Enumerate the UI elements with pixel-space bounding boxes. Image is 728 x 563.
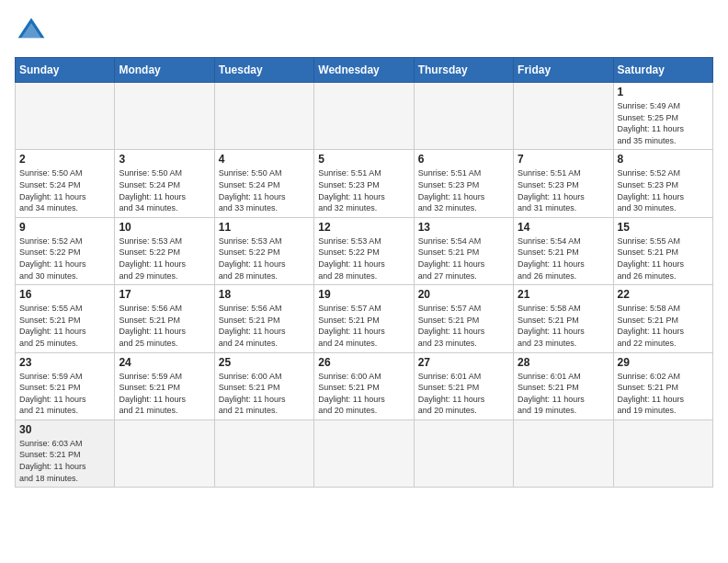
day-info: Sunrise: 5:54 AM Sunset: 5:21 PM Dayligh… [518, 236, 609, 282]
logo [15, 15, 51, 48]
calendar-day-cell: 25Sunrise: 6:00 AM Sunset: 5:21 PM Dayli… [214, 352, 313, 419]
day-number: 2 [19, 153, 110, 166]
calendar-day-cell [613, 419, 712, 487]
calendar-day-cell: 17Sunrise: 5:56 AM Sunset: 5:21 PM Dayli… [115, 285, 214, 352]
day-info: Sunrise: 5:59 AM Sunset: 5:21 PM Dayligh… [19, 371, 110, 417]
calendar-day-cell: 11Sunrise: 5:53 AM Sunset: 5:22 PM Dayli… [214, 217, 313, 284]
calendar-week-row: 1Sunrise: 5:49 AM Sunset: 5:25 PM Daylig… [16, 83, 713, 150]
day-number: 12 [318, 221, 409, 234]
logo-icon [15, 15, 48, 48]
day-info: Sunrise: 6:00 AM Sunset: 5:21 PM Dayligh… [318, 371, 409, 417]
page-header [15, 15, 713, 48]
day-number: 17 [119, 288, 210, 301]
day-number: 22 [618, 288, 709, 301]
calendar-day-cell: 23Sunrise: 5:59 AM Sunset: 5:21 PM Dayli… [16, 352, 115, 419]
calendar-day-cell: 5Sunrise: 5:51 AM Sunset: 5:23 PM Daylig… [314, 150, 414, 217]
weekday-header: Monday [115, 58, 214, 83]
calendar-day-cell: 15Sunrise: 5:55 AM Sunset: 5:21 PM Dayli… [613, 217, 712, 284]
day-number: 27 [418, 356, 509, 369]
calendar-day-cell [115, 419, 214, 487]
day-info: Sunrise: 5:56 AM Sunset: 5:21 PM Dayligh… [119, 303, 210, 349]
day-number: 6 [418, 153, 509, 166]
day-info: Sunrise: 5:50 AM Sunset: 5:24 PM Dayligh… [19, 167, 110, 213]
day-number: 29 [618, 356, 709, 369]
day-number: 16 [19, 288, 110, 301]
day-info: Sunrise: 5:53 AM Sunset: 5:22 PM Dayligh… [119, 236, 210, 282]
day-info: Sunrise: 5:51 AM Sunset: 5:23 PM Dayligh… [418, 167, 509, 213]
day-info: Sunrise: 5:50 AM Sunset: 5:24 PM Dayligh… [119, 167, 210, 213]
day-number: 8 [618, 153, 709, 166]
calendar-week-row: 23Sunrise: 5:59 AM Sunset: 5:21 PM Dayli… [16, 352, 713, 419]
calendar-week-row: 9Sunrise: 5:52 AM Sunset: 5:22 PM Daylig… [16, 217, 713, 284]
day-number: 30 [19, 423, 110, 436]
calendar-day-cell: 12Sunrise: 5:53 AM Sunset: 5:22 PM Dayli… [314, 217, 414, 284]
day-info: Sunrise: 5:51 AM Sunset: 5:23 PM Dayligh… [318, 167, 409, 213]
day-number: 24 [119, 356, 210, 369]
calendar-week-row: 2Sunrise: 5:50 AM Sunset: 5:24 PM Daylig… [16, 150, 713, 217]
calendar-day-cell: 24Sunrise: 5:59 AM Sunset: 5:21 PM Dayli… [115, 352, 214, 419]
day-number: 23 [19, 356, 110, 369]
day-number: 18 [219, 288, 310, 301]
calendar-day-cell: 2Sunrise: 5:50 AM Sunset: 5:24 PM Daylig… [16, 150, 115, 217]
day-number: 25 [219, 356, 310, 369]
day-info: Sunrise: 5:57 AM Sunset: 5:21 PM Dayligh… [318, 303, 409, 349]
calendar-day-cell: 13Sunrise: 5:54 AM Sunset: 5:21 PM Dayli… [414, 217, 513, 284]
calendar-day-cell: 16Sunrise: 5:55 AM Sunset: 5:21 PM Dayli… [16, 285, 115, 352]
day-number: 14 [518, 221, 609, 234]
day-number: 15 [618, 221, 709, 234]
day-info: Sunrise: 6:00 AM Sunset: 5:21 PM Dayligh… [219, 371, 310, 417]
day-info: Sunrise: 5:53 AM Sunset: 5:22 PM Dayligh… [318, 236, 409, 282]
calendar-week-row: 16Sunrise: 5:55 AM Sunset: 5:21 PM Dayli… [16, 285, 713, 352]
day-info: Sunrise: 5:58 AM Sunset: 5:21 PM Dayligh… [518, 303, 609, 349]
weekday-header: Tuesday [214, 58, 313, 83]
calendar-day-cell [314, 83, 414, 150]
day-number: 7 [518, 153, 609, 166]
day-info: Sunrise: 6:01 AM Sunset: 5:21 PM Dayligh… [418, 371, 509, 417]
day-info: Sunrise: 5:57 AM Sunset: 5:21 PM Dayligh… [418, 303, 509, 349]
calendar-day-cell: 18Sunrise: 5:56 AM Sunset: 5:21 PM Dayli… [214, 285, 313, 352]
weekday-header-row: SundayMondayTuesdayWednesdayThursdayFrid… [16, 58, 713, 83]
weekday-header: Thursday [414, 58, 513, 83]
calendar-day-cell: 20Sunrise: 5:57 AM Sunset: 5:21 PM Dayli… [414, 285, 513, 352]
calendar-day-cell: 30Sunrise: 6:03 AM Sunset: 5:21 PM Dayli… [16, 419, 115, 487]
calendar-day-cell [314, 419, 414, 487]
calendar-day-cell: 8Sunrise: 5:52 AM Sunset: 5:23 PM Daylig… [613, 150, 712, 217]
calendar-day-cell: 19Sunrise: 5:57 AM Sunset: 5:21 PM Dayli… [314, 285, 414, 352]
day-info: Sunrise: 5:55 AM Sunset: 5:21 PM Dayligh… [19, 303, 110, 349]
calendar-day-cell: 28Sunrise: 6:01 AM Sunset: 5:21 PM Dayli… [514, 352, 613, 419]
weekday-header: Friday [514, 58, 613, 83]
day-number: 21 [518, 288, 609, 301]
calendar-day-cell: 21Sunrise: 5:58 AM Sunset: 5:21 PM Dayli… [514, 285, 613, 352]
calendar-day-cell: 14Sunrise: 5:54 AM Sunset: 5:21 PM Dayli… [514, 217, 613, 284]
day-info: Sunrise: 5:49 AM Sunset: 5:25 PM Dayligh… [618, 100, 709, 146]
calendar-day-cell: 29Sunrise: 6:02 AM Sunset: 5:21 PM Dayli… [613, 352, 712, 419]
day-info: Sunrise: 5:53 AM Sunset: 5:22 PM Dayligh… [219, 236, 310, 282]
calendar-day-cell [514, 83, 613, 150]
day-info: Sunrise: 5:50 AM Sunset: 5:24 PM Dayligh… [219, 167, 310, 213]
day-number: 26 [318, 356, 409, 369]
calendar-day-cell: 26Sunrise: 6:00 AM Sunset: 5:21 PM Dayli… [314, 352, 414, 419]
day-number: 20 [418, 288, 509, 301]
day-info: Sunrise: 5:58 AM Sunset: 5:21 PM Dayligh… [618, 303, 709, 349]
weekday-header: Sunday [16, 58, 115, 83]
calendar-day-cell: 27Sunrise: 6:01 AM Sunset: 5:21 PM Dayli… [414, 352, 513, 419]
day-info: Sunrise: 6:02 AM Sunset: 5:21 PM Dayligh… [618, 371, 709, 417]
calendar-day-cell [16, 83, 115, 150]
weekday-header: Saturday [613, 58, 712, 83]
calendar-table: SundayMondayTuesdayWednesdayThursdayFrid… [15, 57, 713, 488]
day-number: 5 [318, 153, 409, 166]
day-number: 28 [518, 356, 609, 369]
day-info: Sunrise: 6:01 AM Sunset: 5:21 PM Dayligh… [518, 371, 609, 417]
weekday-header: Wednesday [314, 58, 414, 83]
calendar-day-cell [414, 419, 513, 487]
calendar-week-row: 30Sunrise: 6:03 AM Sunset: 5:21 PM Dayli… [16, 419, 713, 487]
day-info: Sunrise: 5:59 AM Sunset: 5:21 PM Dayligh… [119, 371, 210, 417]
calendar-day-cell: 6Sunrise: 5:51 AM Sunset: 5:23 PM Daylig… [414, 150, 513, 217]
day-info: Sunrise: 6:03 AM Sunset: 5:21 PM Dayligh… [19, 438, 110, 484]
day-number: 19 [318, 288, 409, 301]
calendar-day-cell [514, 419, 613, 487]
day-number: 1 [618, 86, 709, 98]
day-info: Sunrise: 5:51 AM Sunset: 5:23 PM Dayligh… [518, 167, 609, 213]
day-info: Sunrise: 5:52 AM Sunset: 5:22 PM Dayligh… [19, 236, 110, 282]
day-info: Sunrise: 5:55 AM Sunset: 5:21 PM Dayligh… [618, 236, 709, 282]
